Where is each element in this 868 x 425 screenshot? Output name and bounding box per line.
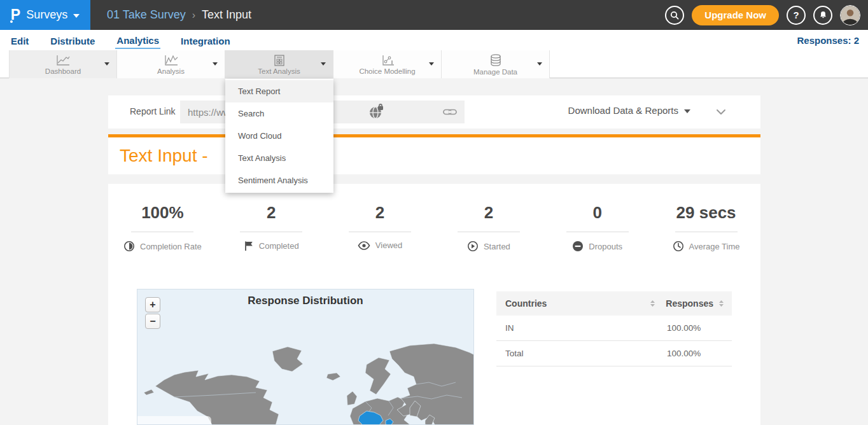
tab-analysis-caret[interactable] bbox=[213, 62, 218, 66]
user-avatar[interactable] bbox=[840, 5, 860, 25]
sort-countries-icon[interactable] bbox=[650, 300, 655, 307]
stat-value: 2 bbox=[326, 203, 435, 223]
tab-choice-modelling-caret[interactable] bbox=[429, 62, 434, 66]
stat-value: 100% bbox=[108, 203, 217, 223]
map-attribution bbox=[137, 416, 211, 424]
clock-icon bbox=[673, 240, 684, 252]
stat-label: Dropouts bbox=[589, 242, 622, 251]
dashboard-chart-icon bbox=[55, 54, 71, 67]
tab-analysis[interactable]: Analysis bbox=[117, 50, 225, 78]
divider bbox=[675, 232, 738, 232]
tab-label: Dashboard bbox=[45, 67, 81, 75]
tab-choice-modelling[interactable]: Choice Modelling bbox=[333, 50, 442, 78]
stat-viewed: 2 Viewed bbox=[326, 203, 435, 252]
sort-responses-icon[interactable] bbox=[718, 300, 724, 307]
help-button[interactable]: ? bbox=[787, 6, 806, 25]
tab-label: Manage Data bbox=[473, 68, 517, 76]
report-link-label: Report Link bbox=[130, 106, 176, 116]
tab-text-analysis[interactable]: Text Analysis bbox=[225, 50, 333, 78]
tab-dashboard[interactable]: Dashboard bbox=[9, 50, 117, 78]
map-zoom-controls: + − bbox=[145, 297, 160, 329]
table-row: IN 100.00% bbox=[496, 316, 732, 341]
report-link-card: Report Link https://ww Download Data & R… bbox=[108, 95, 760, 129]
divider bbox=[131, 232, 193, 232]
divider bbox=[458, 232, 520, 232]
analytics-tab-bar: Dashboard Analysis Text Analysis Choice … bbox=[0, 50, 868, 78]
response-distribution-map[interactable]: Response Distribution + − bbox=[137, 289, 474, 425]
stat-completion-rate: 100% Completion Rate bbox=[108, 203, 217, 252]
nav-item-integration[interactable]: Integration bbox=[179, 32, 232, 48]
stat-label: Average Time bbox=[689, 242, 740, 251]
stat-label: Started bbox=[484, 242, 510, 251]
tab-manage-data-caret[interactable] bbox=[537, 62, 542, 66]
upgrade-now-button[interactable]: Upgrade Now bbox=[692, 5, 779, 25]
table-row-total: Total 100.00% bbox=[496, 341, 732, 366]
divider bbox=[566, 232, 629, 232]
minus-circle-icon bbox=[572, 240, 584, 252]
menu-item-word-cloud[interactable]: Word Cloud bbox=[225, 125, 333, 147]
bell-icon bbox=[818, 10, 828, 20]
nav-item-analytics[interactable]: Analytics bbox=[115, 32, 160, 49]
stat-label: Viewed bbox=[375, 240, 402, 250]
choice-modelling-icon bbox=[379, 54, 396, 67]
stat-started: 2 Started bbox=[434, 203, 543, 252]
top-bar: P Surveys 01 Take Survey › Text Input Up… bbox=[0, 0, 868, 30]
copy-link-icon[interactable] bbox=[442, 105, 458, 119]
response-percentage: 100.00% bbox=[667, 323, 723, 333]
chevron-down-icon bbox=[684, 109, 690, 113]
column-header-responses[interactable]: Responses bbox=[666, 298, 713, 309]
collapse-chevron-icon[interactable] bbox=[715, 106, 727, 118]
text-analysis-icon bbox=[272, 54, 286, 67]
tab-label: Text Analysis bbox=[258, 67, 300, 75]
question-mark-icon: ? bbox=[793, 10, 799, 20]
divider bbox=[240, 232, 302, 232]
app-root: P Surveys 01 Take Survey › Text Input Up… bbox=[0, 0, 868, 425]
stat-dropouts: 0 Dropouts bbox=[543, 203, 652, 252]
menu-item-sentiment-analysis[interactable]: Sentiment Analysis bbox=[225, 169, 333, 192]
country-code: IN bbox=[505, 323, 667, 333]
tab-text-analysis-caret[interactable] bbox=[321, 62, 326, 66]
tab-manage-data[interactable]: Manage Data bbox=[442, 50, 550, 78]
globe-lock-icon[interactable] bbox=[368, 104, 384, 120]
topbar-actions: Upgrade Now ? bbox=[665, 0, 860, 30]
logo-dot bbox=[10, 20, 13, 23]
divider bbox=[349, 232, 411, 232]
column-header-countries[interactable]: Countries bbox=[505, 298, 650, 309]
tab-label: Choice Modelling bbox=[359, 67, 415, 75]
responses-count: Responses: 2 bbox=[797, 35, 859, 46]
map-zoom-in-button[interactable]: + bbox=[145, 297, 160, 312]
breadcrumb-page-name: Text Input bbox=[202, 8, 251, 22]
countries-table: Countries Responses IN 100.00% Total 100… bbox=[496, 291, 732, 366]
breadcrumb-survey-name[interactable]: 01 Take Survey bbox=[107, 8, 186, 22]
nav-item-distribute[interactable]: Distribute bbox=[49, 32, 96, 48]
stats-row: 100% Completion Rate 2 Completed 2 bbox=[108, 203, 760, 252]
map-title: Response Distribution bbox=[137, 295, 473, 307]
analysis-chart-icon bbox=[163, 54, 179, 67]
stat-label: Completion Rate bbox=[140, 242, 202, 251]
map-zoom-out-button[interactable]: − bbox=[145, 314, 160, 329]
stat-average-time: 29 secs Average Time bbox=[652, 203, 760, 252]
chevron-down-icon bbox=[73, 14, 80, 18]
notifications-button[interactable] bbox=[813, 6, 832, 25]
play-circle-icon bbox=[467, 240, 479, 252]
total-percentage: 100.00% bbox=[667, 349, 723, 358]
questionpro-logo-icon: P bbox=[11, 8, 20, 22]
brand-label: Surveys bbox=[26, 8, 67, 22]
menu-item-search[interactable]: Search bbox=[225, 102, 333, 125]
download-data-reports-dropdown[interactable]: Download Data & Reports bbox=[568, 105, 690, 116]
search-button[interactable] bbox=[665, 6, 684, 25]
tab-dashboard-caret[interactable] bbox=[104, 62, 109, 66]
menu-item-text-report[interactable]: Text Report bbox=[225, 80, 333, 102]
world-map[interactable] bbox=[137, 289, 474, 425]
total-label: Total bbox=[505, 349, 667, 358]
eye-icon bbox=[358, 241, 370, 250]
stat-value: 2 bbox=[434, 203, 543, 223]
brand-surveys-menu[interactable]: P Surveys bbox=[0, 0, 90, 30]
survey-nav: Edit Distribute Analytics Integration Re… bbox=[0, 30, 868, 50]
stat-completed: 2 Completed bbox=[217, 203, 326, 252]
stat-value: 29 secs bbox=[652, 203, 760, 223]
menu-item-text-analysis[interactable]: Text Analysis bbox=[225, 147, 333, 169]
completion-gauge-icon bbox=[123, 240, 135, 252]
nav-item-edit[interactable]: Edit bbox=[10, 32, 30, 48]
manage-data-icon bbox=[489, 53, 503, 67]
